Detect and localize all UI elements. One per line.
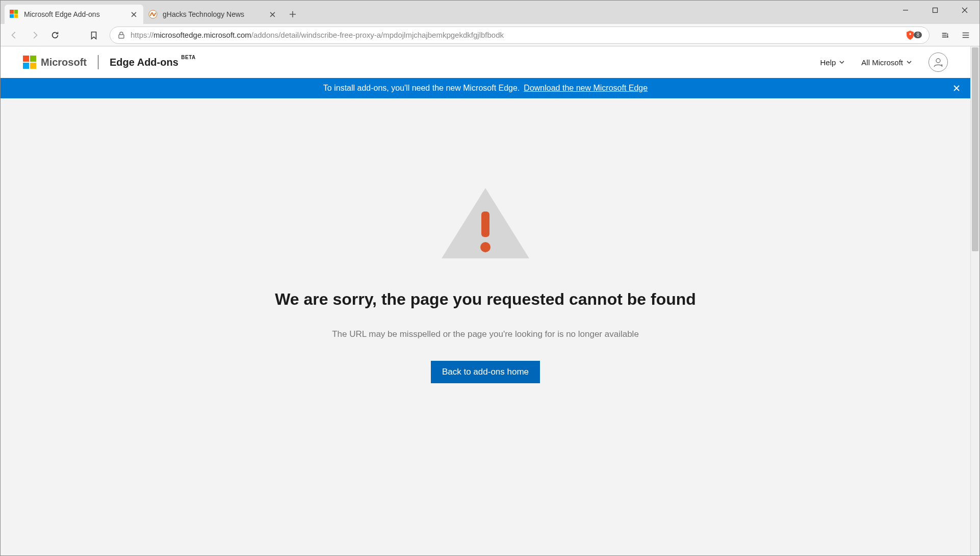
scrollbar-thumb[interactable] (972, 47, 978, 251)
back-to-home-button[interactable]: Back to add-ons home (431, 361, 540, 383)
download-edge-link[interactable]: Download the new Microsoft Edge (524, 84, 648, 93)
error-subtext: The URL may be misspelled or the page yo… (332, 329, 639, 339)
shields-count: 8 (914, 32, 922, 38)
banner-text: To install add-ons, you'll need the new … (323, 84, 520, 93)
viewport-wrap: Microsoft Edge Add-ons BETA Help All Mic… (1, 46, 979, 555)
maximize-button[interactable] (920, 1, 950, 20)
edge-addon-favicon (10, 10, 19, 19)
tab-title: gHacks Technology News (163, 10, 268, 18)
window-titlebar: Microsoft Edge Add-ons gHacks Technology… (1, 1, 979, 24)
microsoft-logo-icon (23, 56, 36, 69)
tab-active[interactable]: Microsoft Edge Add-ons (5, 5, 143, 24)
close-tab-button[interactable] (268, 10, 277, 19)
microsoft-logo[interactable]: Microsoft (23, 56, 87, 69)
microsoft-logo-text: Microsoft (41, 57, 87, 68)
page-viewport: Microsoft Edge Add-ons BETA Help All Mic… (1, 46, 970, 555)
url-protocol: https:// (131, 31, 153, 39)
chevron-down-icon (906, 59, 912, 65)
svg-point-6 (480, 242, 491, 252)
all-microsoft-menu[interactable]: All Microsoft (861, 58, 912, 67)
back-button[interactable] (6, 27, 23, 44)
tab-title: Microsoft Edge Add-ons (24, 10, 129, 18)
vertical-scrollbar[interactable] (970, 46, 979, 555)
close-window-button[interactable] (950, 1, 979, 20)
error-content: We are sorry, the page you requested can… (1, 98, 970, 555)
install-banner: To install add-ons, you'll need the new … (1, 78, 970, 98)
beta-badge: BETA (181, 55, 195, 60)
media-control-button[interactable] (937, 27, 954, 44)
tab-inactive[interactable]: gHacks Technology News (143, 5, 282, 24)
header-divider (98, 55, 98, 69)
window-controls (891, 1, 979, 20)
svg-rect-1 (933, 8, 938, 13)
browser-toolbar: https://microsoftedge.microsoft.com/addo… (1, 24, 979, 46)
help-label: Help (820, 58, 836, 67)
chevron-down-icon (839, 59, 845, 65)
new-tab-button[interactable] (284, 6, 301, 23)
all-microsoft-label: All Microsoft (861, 58, 903, 67)
url-path: /addons/detail/windscribe-free-proxy-a/m… (251, 31, 504, 39)
site-header: Microsoft Edge Add-ons BETA Help All Mic… (1, 46, 970, 78)
lock-icon (117, 31, 125, 39)
address-bar[interactable]: https://microsoftedge.microsoft.com/addo… (110, 27, 930, 44)
ghacks-favicon (148, 10, 158, 19)
warning-icon (440, 185, 531, 261)
svg-point-4 (936, 59, 940, 63)
brave-shields-button[interactable]: 8 (905, 30, 922, 41)
bookmark-button[interactable] (85, 27, 102, 44)
site-title[interactable]: Edge Add-ons BETA (110, 57, 178, 68)
forward-button[interactable] (26, 27, 43, 44)
svg-rect-2 (119, 35, 124, 38)
app-menu-button[interactable] (957, 27, 974, 44)
minimize-button[interactable] (891, 1, 920, 20)
site-title-text: Edge Add-ons (110, 57, 178, 68)
reload-button[interactable] (46, 27, 64, 44)
error-heading: We are sorry, the page you requested can… (275, 290, 696, 309)
svg-point-3 (947, 36, 948, 38)
banner-close-button[interactable] (950, 82, 963, 95)
sign-in-button[interactable] (929, 52, 948, 72)
url-host: microsoftedge.microsoft.com (153, 31, 251, 39)
tab-strip: Microsoft Edge Add-ons gHacks Technology… (1, 1, 301, 24)
svg-rect-5 (481, 211, 489, 237)
help-menu[interactable]: Help (820, 58, 845, 67)
close-tab-button[interactable] (129, 10, 138, 19)
